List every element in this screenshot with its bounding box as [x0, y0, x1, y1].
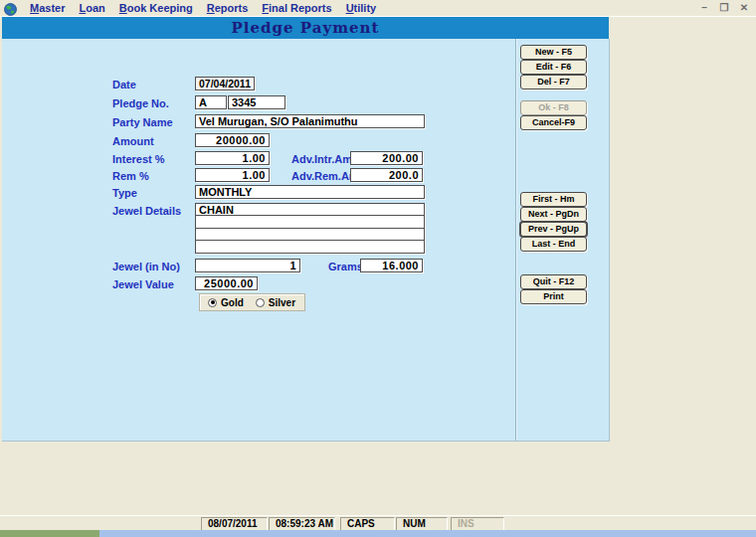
ok-button: Ok - F8: [520, 100, 587, 115]
date-label: Date: [112, 79, 136, 90]
jewel-value-field[interactable]: 25000.00: [195, 276, 258, 290]
interest-pct-field[interactable]: 1.00: [195, 151, 270, 165]
del-button[interactable]: Del - F7: [520, 75, 587, 90]
party-name-label: Party Name: [112, 116, 173, 128]
taskbar-sliver-green: [0, 530, 99, 537]
menu-item-master[interactable]: Master: [23, 2, 72, 14]
date-field[interactable]: 07/04/2011: [195, 77, 255, 90]
gold-radio-label: Gold: [221, 297, 244, 308]
amount-field[interactable]: 20000.00: [195, 133, 270, 147]
menu-item-reports[interactable]: Reports: [200, 2, 256, 14]
grams-label: Grams: [328, 261, 363, 272]
status-ins: INS: [451, 517, 504, 531]
prev-button[interactable]: Prev - PgUp: [520, 222, 587, 237]
pledge-prefix-field[interactable]: A: [195, 95, 227, 109]
print-button[interactable]: Print: [520, 289, 587, 304]
jewel-details-row-2[interactable]: [195, 215, 425, 229]
pledge-no-label: Pledge No.: [112, 97, 169, 109]
status-caps: CAPS: [340, 517, 395, 531]
menu-item-loan[interactable]: Loan: [72, 2, 111, 14]
menu-item-book-keeping[interactable]: Book Keeping: [112, 2, 200, 14]
grams-field[interactable]: 16.000: [360, 259, 423, 272]
interest-pct-label: Interest %: [112, 153, 165, 165]
new-button[interactable]: New - F5: [520, 45, 587, 60]
amount-label: Amount: [112, 135, 154, 147]
globe-icon: [4, 2, 17, 15]
button-column-divider: [515, 39, 516, 441]
metal-radio-group: Gold Silver: [199, 293, 305, 311]
quit-button[interactable]: Quit - F12: [520, 274, 587, 289]
restore-icon[interactable]: ❐: [718, 2, 730, 14]
status-num: NUM: [396, 517, 448, 531]
taskbar-sliver-blue: [99, 530, 756, 537]
menu-bar: Master Loan Book Keeping Reports Final R…: [0, 0, 756, 17]
jewel-value-label: Jewel Value: [112, 278, 174, 290]
jewel-in-no-label: Jewel (in No): [112, 261, 180, 272]
menu-item-utility[interactable]: Utility: [339, 2, 384, 14]
close-icon[interactable]: ✕: [738, 2, 750, 14]
adv-intr-amt-label: Adv.Intr.Amt: [291, 153, 356, 165]
radio-unselected-icon: [256, 298, 265, 307]
jewel-in-no-field[interactable]: 1: [195, 259, 300, 272]
first-button[interactable]: First - Hm: [520, 192, 587, 207]
adv-intr-amt-field[interactable]: 200.00: [350, 151, 423, 165]
gold-radio[interactable]: Gold: [208, 297, 244, 308]
jewel-details-row-4[interactable]: [195, 240, 425, 254]
minimize-icon[interactable]: –: [698, 2, 710, 14]
menu-item-final-reports[interactable]: Final Reports: [255, 2, 338, 14]
rem-pct-field[interactable]: 1.00: [195, 168, 270, 182]
last-button[interactable]: Last - End: [520, 237, 587, 252]
party-name-field[interactable]: Vel Murugan, S/O Palanimuthu: [195, 114, 425, 128]
edit-button[interactable]: Edit - F6: [520, 60, 587, 75]
window-controls: – ❐ ✕: [698, 2, 756, 14]
status-bar: 08/07/2011 08:59:23 AM CAPS NUM INS: [0, 515, 756, 531]
type-field[interactable]: MONTHLY: [195, 185, 425, 199]
form-panel: Date Pledge No. Party Name Amount Intere…: [2, 39, 610, 442]
pledge-no-field[interactable]: 3345: [228, 95, 285, 109]
jewel-details-label: Jewel Details: [112, 205, 181, 217]
silver-radio[interactable]: Silver: [256, 297, 295, 308]
type-label: Type: [112, 187, 137, 199]
app-window: Master Loan Book Keeping Reports Final R…: [0, 0, 756, 537]
page-title: Pledge Payment: [2, 17, 609, 40]
adv-rem-amt-field[interactable]: 200.0: [350, 168, 423, 182]
radio-selected-icon: [208, 298, 217, 307]
status-date: 08/07/2011: [201, 517, 268, 531]
cancel-button[interactable]: Cancel-F9: [520, 115, 587, 130]
silver-radio-label: Silver: [269, 297, 295, 308]
status-time: 08:59:23 AM: [269, 517, 335, 531]
next-button[interactable]: Next - PgDn: [520, 207, 587, 222]
rem-pct-label: Rem %: [112, 170, 149, 182]
